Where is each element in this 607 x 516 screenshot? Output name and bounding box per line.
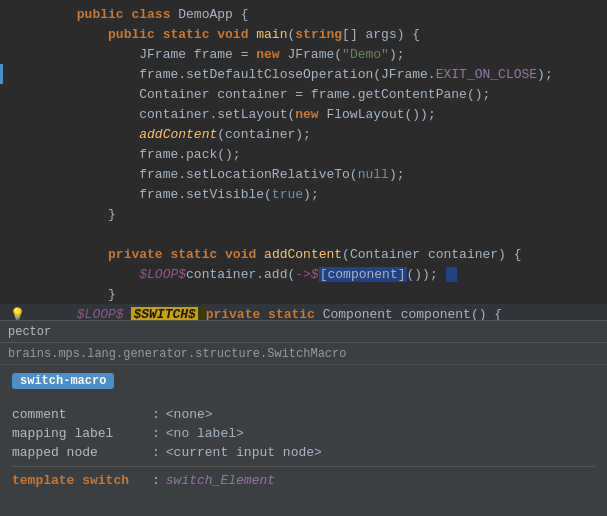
code-line-11: } (0, 204, 607, 224)
line-content-17: return null; (26, 312, 607, 321)
vert-bar-4 (0, 64, 3, 84)
value-template-switch: switch_Element (166, 473, 275, 488)
value-comment: <none> (166, 407, 213, 422)
label-mapped-node: mapped node (12, 445, 152, 460)
divider (12, 466, 595, 467)
inspector-row-template-switch: template switch : switch_Element (12, 473, 595, 488)
breadcrumb-bar: brains.mps.lang.generator.structure.Swit… (0, 343, 607, 365)
panel-tab-label: pector (8, 325, 51, 339)
gutter-16: 💡 (8, 307, 26, 321)
value-mapped-node: <current input node> (166, 445, 322, 460)
value-mapping: <no label> (166, 426, 244, 441)
switch-macro-badge: switch-macro (12, 373, 114, 389)
breadcrumb-text: brains.mps.lang.generator.structure.Swit… (8, 347, 346, 361)
label-template-switch: template switch (12, 473, 152, 488)
inspector-content: switch-macro comment : <none> mapping la… (0, 365, 607, 516)
inspector-row-mapped-node: mapped node : <current input node> (12, 445, 595, 460)
label-mapping: mapping label (12, 426, 152, 441)
label-comment: comment (12, 407, 152, 422)
bottom-panel: pector brains.mps.lang.generator.structu… (0, 320, 607, 516)
badge-row: switch-macro (12, 373, 595, 399)
inspector-row-mapping-label: mapping label : <no label> (12, 426, 595, 441)
panel-tab[interactable]: pector (0, 321, 607, 343)
inspector-row-comment: comment : <none> (12, 407, 595, 422)
code-editor[interactable]: public class DemoApp { public static voi… (0, 0, 607, 320)
